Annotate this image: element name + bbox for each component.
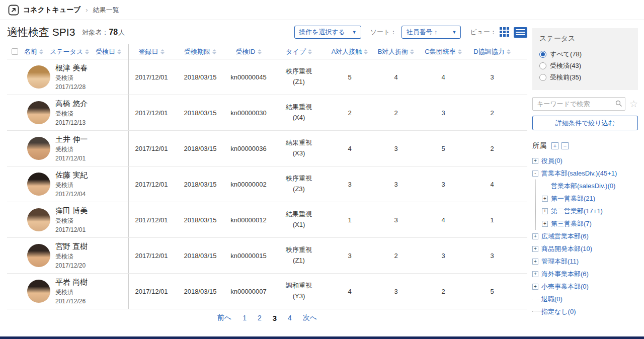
tree-item-kouri-jigyo[interactable]: + 小売事業本部(0)	[532, 280, 638, 293]
tree-toggle-icon[interactable]: +	[542, 196, 548, 202]
tree-item-dai2-eigyobu[interactable]: + 第二営業部(17+1)	[542, 205, 638, 217]
cell-score-a: 4	[327, 288, 372, 295]
affiliation-tree: + 役員(0) - 営業本部(salesDiv.)(45+1) 営業本部(sal…	[532, 154, 638, 318]
cell-deadline: 2018/03/15	[174, 252, 226, 260]
radio-status-done[interactable]: 受検済(43)	[539, 60, 631, 71]
radio-status-all[interactable]: すべて(78)	[539, 48, 631, 60]
column-header-name[interactable]: 名前	[24, 47, 43, 56]
person-status: 受検済	[55, 217, 88, 225]
tree-item-eigyo-honbu-self[interactable]: 営業本部(salesDiv.)(0)	[542, 180, 638, 192]
tree-toggle-icon[interactable]: +	[532, 284, 538, 290]
cell-type: 結果重視(X3)	[271, 138, 327, 159]
cell-reg-date: 2017/12/01	[129, 145, 174, 152]
cell-score-b: 2	[372, 252, 420, 260]
cell-score-b: 3	[372, 181, 420, 188]
sort-icon	[117, 49, 121, 54]
sort-icon	[212, 49, 216, 54]
page-title: 適性検査 SPI3	[7, 25, 75, 39]
person-test-date: 2017/12/01	[55, 155, 88, 162]
table-row[interactable]: 宮野 直樹 受検済 2017/12/20 2017/12/01 2018/03/…	[7, 238, 527, 274]
tree-item-shitei-nashi[interactable]: 指定なし(0)	[532, 305, 638, 318]
table-row[interactable]: 高橋 悠介 受検済 2017/12/13 2017/12/01 2018/03/…	[7, 95, 527, 131]
tree-item-yakuin[interactable]: + 役員(0)	[532, 154, 638, 167]
table-row[interactable]: 土井 伸一 受検済 2017/12/01 2017/12/01 2018/03/…	[7, 131, 527, 166]
collapse-all-icon[interactable]: −	[561, 142, 569, 149]
sort-select-value: 社員番号 ↑	[406, 28, 437, 37]
pagination-page-4[interactable]: 4	[288, 314, 292, 322]
pagination: 前へ 1 2 3 4 次へ	[7, 313, 527, 322]
person-name: 平岩 尚樹	[55, 278, 88, 287]
person-test-date: 2017/12/26	[55, 298, 88, 305]
radio-status-pending[interactable]: 受検前(35)	[539, 71, 631, 83]
tree-toggle-icon[interactable]: +	[532, 271, 538, 277]
cell-score-d: 1	[467, 216, 517, 224]
cell-score-a: 3	[327, 181, 372, 188]
person-name: 根津 美春	[55, 63, 88, 73]
pagination-page-2[interactable]: 2	[258, 314, 262, 322]
list-view-icon[interactable]	[514, 27, 527, 38]
table-row[interactable]: 佐藤 実紀 受検済 2017/12/04 2017/12/01 2018/03/…	[7, 166, 527, 202]
action-select-dropdown[interactable]: 操作を選択する ▼	[294, 26, 361, 39]
column-header-test-date[interactable]: 受検日	[96, 47, 121, 56]
tree-toggle-icon[interactable]: +	[532, 158, 538, 164]
column-header-score-b[interactable]: B対人折衝	[378, 47, 415, 56]
tree-item-koiki-eigyo[interactable]: + 広域営業本部(6)	[532, 230, 638, 242]
tree-item-eigyo-honbu[interactable]: - 営業本部(salesDiv.)(45+1)	[532, 167, 638, 180]
tree-toggle-icon[interactable]: +	[542, 208, 548, 214]
tree-toggle-icon[interactable]: +	[542, 221, 548, 227]
sort-icon	[364, 49, 368, 54]
cell-exam-id: kn00000012	[226, 216, 271, 224]
sort-select-dropdown[interactable]: 社員番号 ↑ ▼	[401, 26, 461, 39]
table-row[interactable]: 根津 美春 受検済 2017/12/28 2017/12/01 2018/03/…	[7, 59, 527, 95]
cell-score-d: 2	[467, 109, 517, 117]
pagination-next[interactable]: 次へ	[303, 313, 317, 322]
avatar	[27, 280, 50, 303]
favorite-star-icon[interactable]: ☆	[629, 99, 638, 109]
status-filter-box: ステータス すべて(78) 受検済(43) 受検前(35)	[532, 28, 638, 90]
column-header-exam-id[interactable]: 受検ID	[236, 47, 262, 56]
tree-toggle-icon[interactable]: +	[532, 233, 538, 239]
person-status: 受検済	[55, 288, 88, 297]
affiliation-title: 所属	[532, 141, 546, 150]
column-header-score-d[interactable]: D協調協力	[473, 47, 510, 56]
table-row[interactable]: 平岩 尚樹 受検済 2017/12/26 2017/12/01 2018/03/…	[7, 274, 527, 309]
cell-score-c: 3	[420, 109, 467, 117]
expand-all-icon[interactable]: +	[551, 142, 558, 149]
tree-item-kaigai-jigyo[interactable]: + 海外事業本部(6)	[532, 268, 638, 280]
tree-item-dai1-eigyobu[interactable]: + 第一営業部(21)	[542, 192, 638, 205]
column-header-score-c[interactable]: C集団統率	[425, 47, 461, 56]
cell-type: 調和重視(Y3)	[271, 281, 327, 302]
sort-icon	[507, 49, 511, 54]
detail-filter-button[interactable]: 詳細条件で絞り込む	[532, 116, 638, 130]
grid-view-icon[interactable]	[500, 27, 510, 38]
table-row[interactable]: 窪田 博美 受検済 2017/12/01 2017/12/01 2018/03/…	[7, 202, 527, 238]
tree-item-shohin-kaihatsu[interactable]: + 商品開発本部(10)	[532, 242, 638, 255]
pagination-page-1[interactable]: 1	[243, 314, 247, 322]
cell-score-b: 3	[372, 216, 420, 224]
column-header-type[interactable]: タイプ	[286, 47, 312, 56]
cell-reg-date: 2017/12/01	[129, 181, 174, 188]
cell-type: 秩序重視(Z1)	[271, 66, 327, 88]
app-logo-icon[interactable]	[8, 5, 19, 16]
chevron-down-icon: ▼	[452, 30, 456, 35]
brand-name[interactable]: コネクトキューブ	[23, 6, 80, 15]
cell-score-c: 4	[420, 216, 467, 224]
cell-score-d: 3	[467, 73, 517, 81]
sort-icon	[160, 49, 165, 54]
column-header-reg-date[interactable]: 登録日	[139, 47, 165, 56]
column-header-score-a[interactable]: A対人接触	[332, 47, 368, 56]
column-header-deadline[interactable]: 受検期限	[184, 47, 216, 56]
radio-icon	[539, 74, 546, 81]
tree-toggle-icon[interactable]: -	[532, 171, 538, 177]
tree-item-taishoku[interactable]: 退職(0)	[532, 293, 638, 305]
select-all-checkbox[interactable]	[12, 48, 18, 55]
pagination-prev[interactable]: 前へ	[217, 313, 231, 322]
breadcrumb-current: 結果一覧	[93, 6, 119, 15]
tree-toggle-icon[interactable]: +	[532, 246, 538, 252]
target-unit: 人	[118, 28, 125, 37]
tree-item-kanri-honbu[interactable]: + 管理本部(11)	[532, 255, 638, 268]
keyword-search-input[interactable]	[532, 97, 625, 111]
column-header-status[interactable]: ステータス	[50, 47, 89, 56]
tree-toggle-icon[interactable]: +	[532, 259, 538, 265]
tree-item-dai3-eigyobu[interactable]: + 第三営業部(7)	[542, 217, 638, 230]
